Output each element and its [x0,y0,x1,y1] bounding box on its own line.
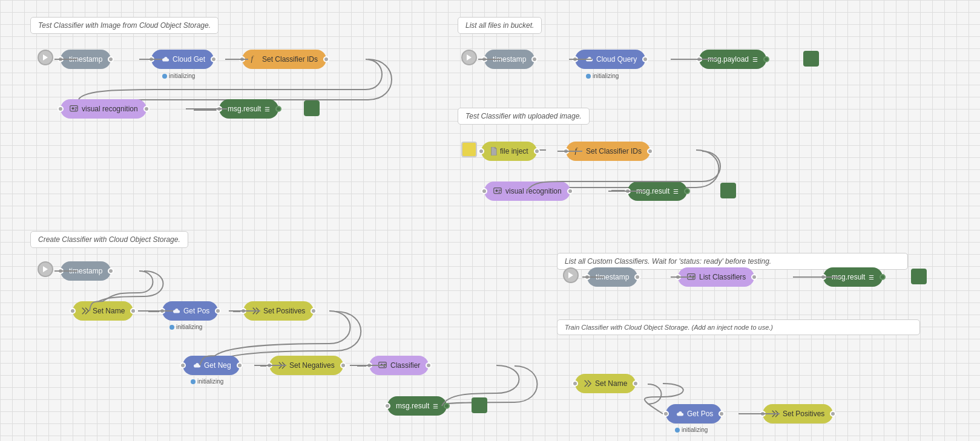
port-right [108,268,114,274]
visual-recognition-node-1[interactable]: visual recognition [61,99,146,119]
port-left [266,362,272,368]
get-neg-node[interactable]: Get Neg [183,356,240,375]
cloud-query-node[interactable]: Cloud Query [575,50,645,69]
list-classifiers-node[interactable]: List Classifiers [678,267,754,287]
msg-result-node-2[interactable]: msg.result ☰ [628,181,687,201]
transform-icon-5 [771,410,780,418]
svg-rect-9 [499,192,500,193]
msg-result-node-1[interactable]: msg.result ☰ [219,99,278,119]
inject-arrow-icon-4 [568,272,573,278]
flow-canvas: Test Classifier with Image from Cloud Ob… [0,0,980,441]
set-classifier-ids-node-1[interactable]: f Set Classifier IDs [242,50,326,69]
function-icon-2: f [574,146,583,156]
set-positives-node-1[interactable]: Set Positives [243,301,314,321]
msg-result-node-4[interactable]: msg.result ☰ [823,267,883,287]
debug-square-4[interactable] [911,269,927,284]
cloud-get-label: Cloud Get [173,55,205,64]
port-right [633,381,639,387]
classifier-node[interactable]: Classifier [369,356,429,375]
timestamp-label-1: timestamp [69,55,102,64]
port-left [366,362,372,368]
port-left [481,188,487,194]
port-right [634,274,640,280]
port-right [323,56,329,62]
msg-result-node-3[interactable]: msg.result ☰ [387,396,447,416]
visual-icon-3 [378,361,387,370]
debug-square-3[interactable] [472,397,487,413]
port-right [237,362,243,368]
set-classifier-ids-label-1: Set Classifier IDs [262,55,318,64]
port-right [211,56,217,62]
debug-square-2[interactable] [720,183,736,198]
set-classifier-ids-node-2[interactable]: f Set Classifier IDs [566,142,650,161]
port-right [108,56,114,62]
visual-recognition-label-1: visual recognition [82,105,138,113]
port-right [830,411,836,417]
comment-flow2: List all files in bucket. [458,17,542,34]
port-left [239,56,245,62]
port-left [696,56,702,62]
port-right [880,274,886,280]
svg-rect-3 [75,108,77,109]
visual-icon-2 [493,187,502,195]
set-name-node-2[interactable]: Set Name [575,374,636,393]
inject-button-2[interactable] [461,50,477,65]
cloud-get-node[interactable]: Cloud Get [151,50,214,69]
get-pos-label-1: Get Pos [183,307,209,315]
get-pos-node-1[interactable]: Get Pos [162,301,218,321]
file-inject-node[interactable]: file inject [481,142,537,161]
set-negatives-node[interactable]: Set Negatives [269,356,343,375]
port-right [642,56,648,62]
visual-recognition-node-2[interactable]: visual recognition [484,181,570,201]
timestamp-node-4[interactable]: timestamp [587,267,637,287]
transform-icon-4 [584,379,592,388]
set-name-label-1: Set Name [93,307,125,315]
port-left [584,274,590,280]
port-left [240,308,246,314]
inject-button-4[interactable] [563,267,579,283]
list-classifiers-label: List Classifiers [699,273,746,281]
file-inject-button[interactable] [461,142,477,157]
timestamp-node-2[interactable]: timestamp [484,50,534,69]
inject-arrow-icon-2 [467,54,472,60]
comment-flow4: Create Classifier with Cloud Object Stor… [30,231,188,248]
file-icon [490,147,497,155]
msg-payload-node[interactable]: msg.payload ☰ [699,50,766,69]
port-right [311,308,317,314]
port-left [675,274,681,280]
svg-point-2 [72,107,74,109]
port-right [684,188,690,194]
comment-flow1: Test Classifier with Image from Cloud Ob… [30,17,219,34]
transform-icon-1 [81,307,90,315]
initializing-get-neg: initializing [191,378,223,385]
list-icon-2: ☰ [673,188,679,195]
port-left [159,308,165,314]
timestamp-label-4: timestamp [596,273,629,281]
visual-icon-4 [686,273,696,281]
svg-point-7 [496,189,498,192]
port-right [275,106,281,112]
cloud-icon-5 [674,410,684,418]
get-pos-node-2[interactable]: Get Pos [666,404,722,423]
timestamp-label-3: timestamp [69,267,102,275]
inject-button-3[interactable] [38,261,53,277]
debug-square-payload[interactable] [803,51,819,67]
function-icon: f [251,54,259,64]
visual-icon [69,105,79,113]
debug-square-1[interactable] [304,100,320,116]
port-right [340,362,346,368]
set-name-node-1[interactable]: Set Name [73,301,133,321]
port-left [820,274,826,280]
timestamp-node-1[interactable]: timestamp [61,50,111,69]
port-right [534,148,540,154]
set-positives-node-2[interactable]: Set Positives [763,404,833,423]
file-inject-label: file inject [500,147,528,155]
list-icon-payload: ☰ [752,56,758,63]
svg-rect-13 [384,366,385,367]
svg-rect-8 [499,190,501,191]
inject-arrow-icon-3 [43,266,48,272]
inject-button-1[interactable] [38,50,53,65]
port-left [760,411,766,417]
timestamp-node-3[interactable]: timestamp [61,261,111,281]
msg-result-label-4: msg.result [832,273,865,281]
